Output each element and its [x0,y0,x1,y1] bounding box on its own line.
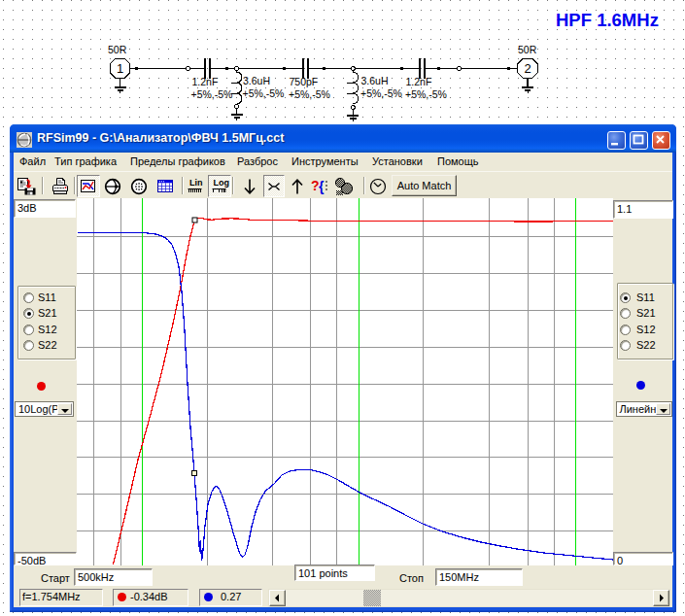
svg-text:750pF: 750pF [290,76,319,87]
svg-text:3.6uH: 3.6uH [361,75,389,86]
svg-text:+5%,-5%: +5%,-5% [360,87,402,99]
svg-text:Lin: Lin [189,178,203,188]
svg-text:50R: 50R [518,44,537,55]
svg-text:+5%,-5%: +5%,-5% [289,88,330,100]
svg-text:2: 2 [524,61,531,76]
svg-text:+5%,-5%: +5%,-5% [243,87,285,99]
svg-text:1: 1 [117,61,123,76]
svg-text:Log: Log [214,178,230,188]
svg-text:{: { [319,179,325,194]
svg-text:3.6uH: 3.6uH [243,75,270,86]
svg-text:1.2nF: 1.2nF [406,76,432,87]
svg-text:+5%,-5%: +5%,-5% [191,88,233,100]
svg-text:+5%,-5%: +5%,-5% [405,88,447,100]
svg-text:50R: 50R [108,44,127,55]
svg-text:1.2nF: 1.2nF [192,76,219,87]
